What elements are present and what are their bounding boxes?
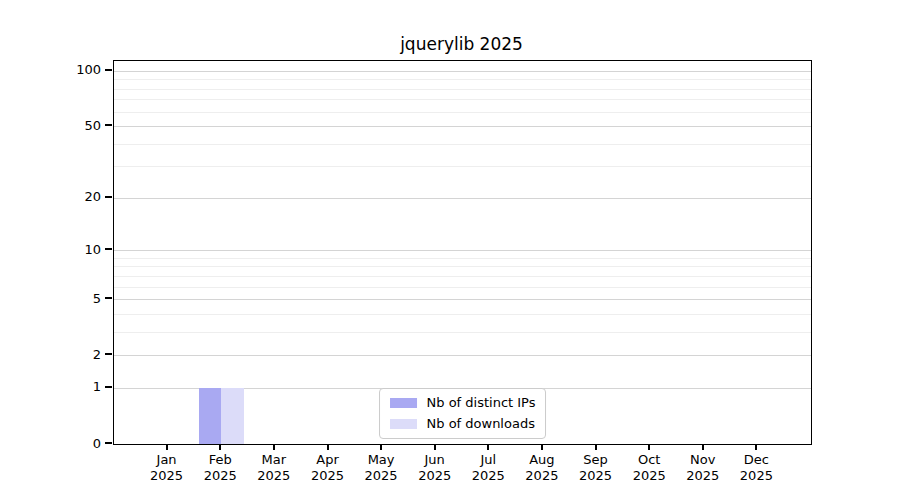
x-axis-tick-label: Dec2025 <box>726 452 786 484</box>
y-axis-tick <box>105 442 112 444</box>
legend-item-downloads: Nb of downloads <box>390 416 536 432</box>
minor-gridline <box>114 287 811 288</box>
y-axis-tick <box>105 297 112 299</box>
x-axis-tick <box>380 444 382 450</box>
legend-item-distinct-ips: Nb of distinct IPs <box>390 395 536 411</box>
x-axis-tick <box>702 444 704 450</box>
minor-gridline <box>114 112 811 113</box>
major-gridline <box>114 250 811 251</box>
x-axis-tick-label: May2025 <box>351 452 411 484</box>
chart-title: jquerylib 2025 <box>113 34 810 54</box>
y-axis-tick-label: 10 <box>47 241 101 258</box>
minor-gridline <box>114 99 811 100</box>
major-gridline <box>114 355 811 356</box>
x-axis-tick <box>595 444 597 450</box>
bar-distinct-ips <box>199 388 222 444</box>
x-axis-tick <box>541 444 543 450</box>
y-axis-tick <box>105 196 112 198</box>
x-axis-tick-label: Oct2025 <box>619 452 679 484</box>
minor-gridline <box>114 258 811 259</box>
y-axis-tick-label: 100 <box>47 61 101 78</box>
minor-gridline <box>114 276 811 277</box>
x-axis-tick-label: Sep2025 <box>566 452 626 484</box>
x-axis-tick-label: Jun2025 <box>405 452 465 484</box>
minor-gridline <box>114 89 811 90</box>
x-axis-tick <box>273 444 275 450</box>
x-axis-tick <box>648 444 650 450</box>
major-gridline <box>114 71 811 72</box>
major-gridline <box>114 126 811 127</box>
x-axis-tick <box>487 444 489 450</box>
x-axis-tick-label: Apr2025 <box>298 452 358 484</box>
minor-gridline <box>114 314 811 315</box>
legend-swatch-downloads-icon <box>390 419 417 429</box>
bar-downloads <box>221 388 244 444</box>
x-axis-tick-label: Nov2025 <box>673 452 733 484</box>
y-axis-tick <box>105 69 112 71</box>
y-axis-tick-label: 20 <box>47 188 101 205</box>
x-axis-tick-label: Feb2025 <box>190 452 250 484</box>
major-gridline <box>114 299 811 300</box>
y-axis-tick <box>105 386 112 388</box>
minor-gridline <box>114 166 811 167</box>
legend-label-distinct-ips: Nb of distinct IPs <box>427 395 536 411</box>
x-axis-tick <box>219 444 221 450</box>
y-axis-tick-label: 2 <box>47 346 101 363</box>
minor-gridline <box>114 79 811 80</box>
chart-figure: jquerylib 2025 Nb of distinct IPs Nb of … <box>0 0 900 500</box>
legend-swatch-distinct-ips-icon <box>390 398 417 408</box>
y-axis-tick <box>105 353 112 355</box>
y-axis-tick <box>105 248 112 250</box>
x-axis-tick-label: Mar2025 <box>244 452 304 484</box>
plot-area: Nb of distinct IPs Nb of downloads <box>113 60 812 445</box>
minor-gridline <box>114 144 811 145</box>
y-axis-tick-label: 50 <box>47 117 101 134</box>
minor-gridline <box>114 266 811 267</box>
y-axis-tick <box>105 124 112 126</box>
x-axis-tick <box>327 444 329 450</box>
legend-label-downloads: Nb of downloads <box>427 416 535 432</box>
y-axis-tick-label: 0 <box>47 435 101 452</box>
x-axis-tick <box>434 444 436 450</box>
x-axis-tick <box>166 444 168 450</box>
x-axis-tick-label: Jan2025 <box>137 452 197 484</box>
x-axis-tick <box>755 444 757 450</box>
y-axis-tick-label: 1 <box>47 378 101 395</box>
major-gridline <box>114 198 811 199</box>
minor-gridline <box>114 332 811 333</box>
legend: Nb of distinct IPs Nb of downloads <box>379 388 547 439</box>
x-axis-tick-label: Aug2025 <box>512 452 572 484</box>
y-axis-tick-label: 5 <box>47 290 101 307</box>
x-axis-tick-label: Jul2025 <box>458 452 518 484</box>
